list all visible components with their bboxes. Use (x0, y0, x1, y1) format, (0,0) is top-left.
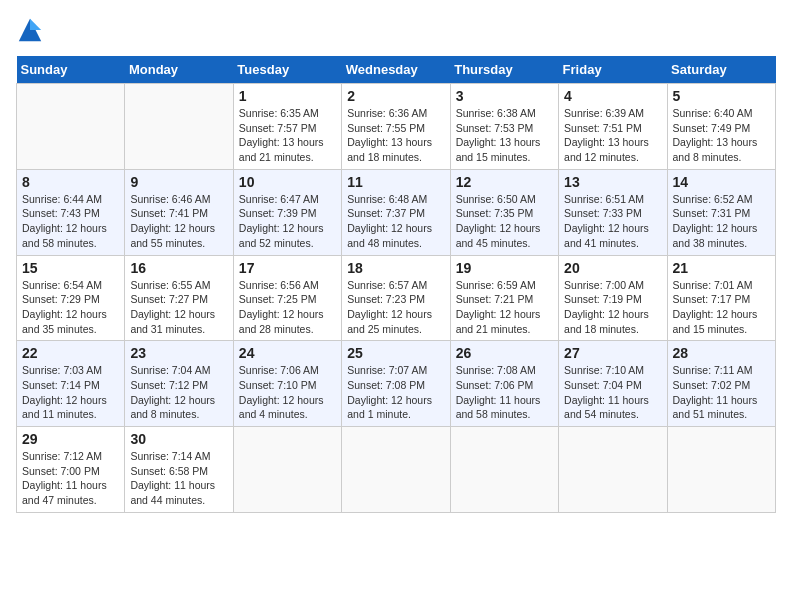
calendar-cell (667, 427, 775, 513)
calendar-cell: 11 Sunrise: 6:48 AM Sunset: 7:37 PM Dayl… (342, 169, 450, 255)
day-number: 19 (456, 260, 553, 276)
page-header (16, 16, 776, 44)
calendar-cell (17, 84, 125, 170)
day-number: 14 (673, 174, 770, 190)
logo (16, 16, 48, 44)
calendar-cell: 28 Sunrise: 7:11 AM Sunset: 7:02 PM Dayl… (667, 341, 775, 427)
day-info: Sunrise: 7:06 AM Sunset: 7:10 PM Dayligh… (239, 363, 336, 422)
day-info: Sunrise: 7:00 AM Sunset: 7:19 PM Dayligh… (564, 278, 661, 337)
calendar-cell (125, 84, 233, 170)
day-number: 18 (347, 260, 444, 276)
calendar-cell: 21 Sunrise: 7:01 AM Sunset: 7:17 PM Dayl… (667, 255, 775, 341)
calendar-cell: 12 Sunrise: 6:50 AM Sunset: 7:35 PM Dayl… (450, 169, 558, 255)
day-info: Sunrise: 6:52 AM Sunset: 7:31 PM Dayligh… (673, 192, 770, 251)
calendar-cell: 20 Sunrise: 7:00 AM Sunset: 7:19 PM Dayl… (559, 255, 667, 341)
day-number: 4 (564, 88, 661, 104)
day-number: 30 (130, 431, 227, 447)
day-info: Sunrise: 7:07 AM Sunset: 7:08 PM Dayligh… (347, 363, 444, 422)
calendar-cell: 27 Sunrise: 7:10 AM Sunset: 7:04 PM Dayl… (559, 341, 667, 427)
calendar-cell: 26 Sunrise: 7:08 AM Sunset: 7:06 PM Dayl… (450, 341, 558, 427)
day-number: 12 (456, 174, 553, 190)
day-number: 28 (673, 345, 770, 361)
day-number: 23 (130, 345, 227, 361)
calendar-cell: 17 Sunrise: 6:56 AM Sunset: 7:25 PM Dayl… (233, 255, 341, 341)
day-number: 26 (456, 345, 553, 361)
day-header-sunday: Sunday (17, 56, 125, 84)
calendar-cell: 9 Sunrise: 6:46 AM Sunset: 7:41 PM Dayli… (125, 169, 233, 255)
day-number: 10 (239, 174, 336, 190)
calendar-cell (450, 427, 558, 513)
calendar-table: SundayMondayTuesdayWednesdayThursdayFrid… (16, 56, 776, 513)
calendar-cell: 23 Sunrise: 7:04 AM Sunset: 7:12 PM Dayl… (125, 341, 233, 427)
calendar-cell: 10 Sunrise: 6:47 AM Sunset: 7:39 PM Dayl… (233, 169, 341, 255)
day-header-monday: Monday (125, 56, 233, 84)
day-number: 24 (239, 345, 336, 361)
day-info: Sunrise: 6:44 AM Sunset: 7:43 PM Dayligh… (22, 192, 119, 251)
calendar-cell (233, 427, 341, 513)
day-number: 22 (22, 345, 119, 361)
calendar-cell: 4 Sunrise: 6:39 AM Sunset: 7:51 PM Dayli… (559, 84, 667, 170)
day-number: 3 (456, 88, 553, 104)
day-header-saturday: Saturday (667, 56, 775, 84)
day-info: Sunrise: 6:35 AM Sunset: 7:57 PM Dayligh… (239, 106, 336, 165)
day-number: 29 (22, 431, 119, 447)
day-number: 8 (22, 174, 119, 190)
day-info: Sunrise: 6:57 AM Sunset: 7:23 PM Dayligh… (347, 278, 444, 337)
calendar-cell (559, 427, 667, 513)
day-info: Sunrise: 7:12 AM Sunset: 7:00 PM Dayligh… (22, 449, 119, 508)
calendar-cell: 1 Sunrise: 6:35 AM Sunset: 7:57 PM Dayli… (233, 84, 341, 170)
logo-icon (16, 16, 44, 44)
day-info: Sunrise: 7:10 AM Sunset: 7:04 PM Dayligh… (564, 363, 661, 422)
day-header-thursday: Thursday (450, 56, 558, 84)
day-info: Sunrise: 7:03 AM Sunset: 7:14 PM Dayligh… (22, 363, 119, 422)
day-number: 16 (130, 260, 227, 276)
day-header-wednesday: Wednesday (342, 56, 450, 84)
calendar-cell: 13 Sunrise: 6:51 AM Sunset: 7:33 PM Dayl… (559, 169, 667, 255)
day-info: Sunrise: 7:14 AM Sunset: 6:58 PM Dayligh… (130, 449, 227, 508)
day-info: Sunrise: 7:01 AM Sunset: 7:17 PM Dayligh… (673, 278, 770, 337)
day-info: Sunrise: 7:04 AM Sunset: 7:12 PM Dayligh… (130, 363, 227, 422)
day-info: Sunrise: 6:46 AM Sunset: 7:41 PM Dayligh… (130, 192, 227, 251)
svg-marker-1 (30, 19, 41, 30)
day-info: Sunrise: 6:36 AM Sunset: 7:55 PM Dayligh… (347, 106, 444, 165)
calendar-cell: 19 Sunrise: 6:59 AM Sunset: 7:21 PM Dayl… (450, 255, 558, 341)
day-number: 9 (130, 174, 227, 190)
calendar-cell: 22 Sunrise: 7:03 AM Sunset: 7:14 PM Dayl… (17, 341, 125, 427)
day-info: Sunrise: 6:38 AM Sunset: 7:53 PM Dayligh… (456, 106, 553, 165)
day-info: Sunrise: 6:40 AM Sunset: 7:49 PM Dayligh… (673, 106, 770, 165)
day-header-tuesday: Tuesday (233, 56, 341, 84)
day-number: 5 (673, 88, 770, 104)
day-info: Sunrise: 6:39 AM Sunset: 7:51 PM Dayligh… (564, 106, 661, 165)
calendar-cell: 15 Sunrise: 6:54 AM Sunset: 7:29 PM Dayl… (17, 255, 125, 341)
day-number: 25 (347, 345, 444, 361)
day-info: Sunrise: 7:08 AM Sunset: 7:06 PM Dayligh… (456, 363, 553, 422)
calendar-cell: 24 Sunrise: 7:06 AM Sunset: 7:10 PM Dayl… (233, 341, 341, 427)
calendar-cell: 3 Sunrise: 6:38 AM Sunset: 7:53 PM Dayli… (450, 84, 558, 170)
day-info: Sunrise: 6:50 AM Sunset: 7:35 PM Dayligh… (456, 192, 553, 251)
day-number: 15 (22, 260, 119, 276)
day-number: 11 (347, 174, 444, 190)
day-header-friday: Friday (559, 56, 667, 84)
calendar-cell: 16 Sunrise: 6:55 AM Sunset: 7:27 PM Dayl… (125, 255, 233, 341)
calendar-cell: 29 Sunrise: 7:12 AM Sunset: 7:00 PM Dayl… (17, 427, 125, 513)
day-info: Sunrise: 6:56 AM Sunset: 7:25 PM Dayligh… (239, 278, 336, 337)
day-number: 1 (239, 88, 336, 104)
calendar-cell: 8 Sunrise: 6:44 AM Sunset: 7:43 PM Dayli… (17, 169, 125, 255)
day-number: 27 (564, 345, 661, 361)
calendar-cell: 14 Sunrise: 6:52 AM Sunset: 7:31 PM Dayl… (667, 169, 775, 255)
day-number: 17 (239, 260, 336, 276)
calendar-cell: 25 Sunrise: 7:07 AM Sunset: 7:08 PM Dayl… (342, 341, 450, 427)
calendar-cell: 2 Sunrise: 6:36 AM Sunset: 7:55 PM Dayli… (342, 84, 450, 170)
day-number: 21 (673, 260, 770, 276)
calendar-cell: 18 Sunrise: 6:57 AM Sunset: 7:23 PM Dayl… (342, 255, 450, 341)
day-number: 13 (564, 174, 661, 190)
day-info: Sunrise: 6:47 AM Sunset: 7:39 PM Dayligh… (239, 192, 336, 251)
day-info: Sunrise: 6:54 AM Sunset: 7:29 PM Dayligh… (22, 278, 119, 337)
calendar-cell: 30 Sunrise: 7:14 AM Sunset: 6:58 PM Dayl… (125, 427, 233, 513)
day-info: Sunrise: 6:55 AM Sunset: 7:27 PM Dayligh… (130, 278, 227, 337)
day-number: 2 (347, 88, 444, 104)
calendar-cell: 5 Sunrise: 6:40 AM Sunset: 7:49 PM Dayli… (667, 84, 775, 170)
day-number: 20 (564, 260, 661, 276)
calendar-cell (342, 427, 450, 513)
day-info: Sunrise: 6:51 AM Sunset: 7:33 PM Dayligh… (564, 192, 661, 251)
